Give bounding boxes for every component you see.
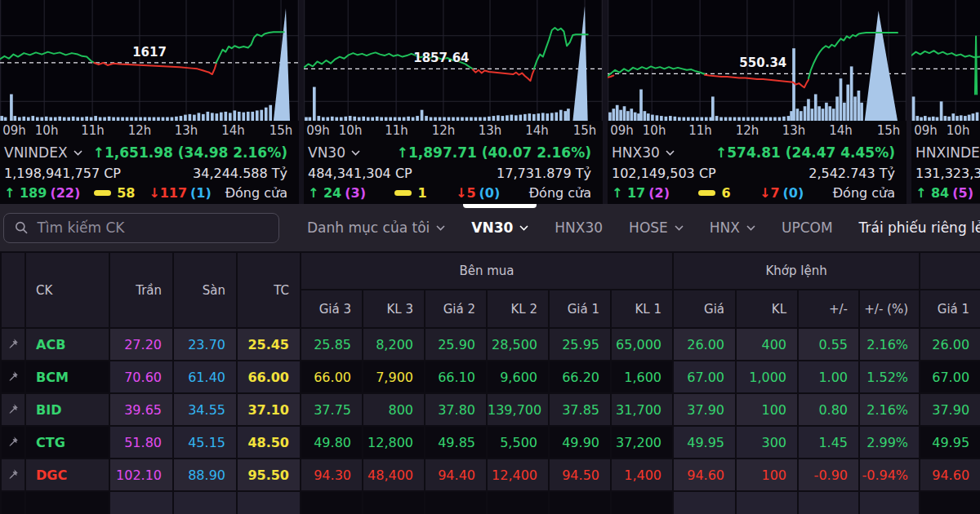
price-cell[interactable]: 0.55 <box>798 328 859 361</box>
price-cell[interactable]: 49.95 <box>673 426 736 459</box>
price-cell[interactable]: 49.80 <box>301 426 363 459</box>
column-header-matched-vol[interactable]: KL <box>736 290 798 328</box>
price-cell[interactable]: 2.99% <box>859 426 920 459</box>
price-cell[interactable]: 8,200 <box>363 328 425 361</box>
table-row[interactable]: ACB27.2023.7025.4525.858,20025.9028,5002… <box>1 328 980 361</box>
price-cell[interactable]: 65,000 <box>611 328 673 361</box>
price-cell[interactable]: 37.85 <box>549 393 611 426</box>
price-cell[interactable]: 28,500 <box>487 328 549 361</box>
price-cell[interactable]: 94.30 <box>301 459 363 491</box>
column-header-bid-vol2[interactable]: KL 2 <box>487 290 549 328</box>
price-cell[interactable]: 67.00 <box>673 361 736 393</box>
column-header-matched-price[interactable]: Giá <box>673 290 736 328</box>
price-cell[interactable]: 94.50 <box>549 459 611 491</box>
tab-upcom[interactable]: UPCOM <box>768 204 846 251</box>
price-cell[interactable]: 1.52% <box>859 361 920 393</box>
column-header-reference[interactable]: TC <box>237 252 301 328</box>
price-cell[interactable]: -0.94% <box>859 459 920 491</box>
index-name-dropdown[interactable]: VN30 <box>308 144 360 161</box>
floor-price-cell[interactable]: 61.40 <box>173 361 237 393</box>
price-cell[interactable]: 100 <box>736 459 798 491</box>
floor-price-cell[interactable]: 45.15 <box>173 426 237 459</box>
tab-tr-i-phi-u-ri-ng-l-[interactable]: Trái phiếu riêng lẻ <box>846 204 980 251</box>
pin-cell[interactable] <box>1 393 25 426</box>
price-cell[interactable]: 12,400 <box>487 459 549 491</box>
price-cell[interactable]: 2.16% <box>859 328 920 361</box>
pin-cell[interactable] <box>1 361 25 393</box>
ticker-cell[interactable]: BCM <box>25 361 109 393</box>
search-box[interactable] <box>3 213 279 243</box>
price-cell[interactable]: 37,200 <box>611 426 673 459</box>
floor-price-cell[interactable]: 23.70 <box>173 328 237 361</box>
price-cell[interactable]: 800 <box>363 393 425 426</box>
hnxindex-intraday-chart[interactable] <box>911 0 980 121</box>
pin-cell[interactable] <box>1 426 25 459</box>
price-cell[interactable]: 31,700 <box>611 393 673 426</box>
column-header-bid-vol1[interactable]: KL 1 <box>611 290 673 328</box>
price-cell[interactable]: 94.60 <box>920 459 980 491</box>
tab-vn30[interactable]: VN30 <box>458 204 541 251</box>
price-cell[interactable]: 49.85 <box>425 426 487 459</box>
price-cell[interactable]: 9,600 <box>487 361 549 393</box>
column-header-change-pct[interactable]: +/- (%) <box>859 290 920 328</box>
price-cell[interactable]: 66.20 <box>549 361 611 393</box>
column-header-floor[interactable]: Sàn <box>173 252 237 328</box>
column-header-bid-price1[interactable]: Giá 1 <box>549 290 611 328</box>
price-cell[interactable]: 1.00 <box>798 361 859 393</box>
column-header-ticker[interactable]: CK <box>25 252 109 328</box>
price-cell[interactable]: 37.80 <box>425 393 487 426</box>
table-row[interactable]: DGC102.1088.9095.5094.3048,40094.4012,40… <box>1 459 980 491</box>
ceiling-price-cell[interactable]: 102.10 <box>109 459 173 491</box>
price-cell[interactable]: 48,400 <box>363 459 425 491</box>
ticker-cell[interactable]: CTG <box>25 426 109 459</box>
ticker-cell[interactable]: BID <box>25 393 109 426</box>
ticker-cell[interactable]: ACB <box>25 328 109 361</box>
floor-price-cell[interactable]: 34.55 <box>173 393 237 426</box>
price-cell[interactable]: 400 <box>736 328 798 361</box>
price-cell[interactable]: 66.00 <box>301 361 363 393</box>
price-cell[interactable]: 7,900 <box>363 361 425 393</box>
ceiling-price-cell[interactable]: 39.65 <box>109 393 173 426</box>
price-cell[interactable]: 1,600 <box>611 361 673 393</box>
vn30-intraday-chart[interactable]: 1857.64 <box>304 0 603 121</box>
pin-cell[interactable] <box>1 328 25 361</box>
column-header-bid-price3[interactable]: Giá 3 <box>301 290 363 328</box>
tab-danh-m-c-c-a-t-i[interactable]: Danh mục của tôi <box>294 204 458 251</box>
reference-price-cell[interactable]: 48.50 <box>237 426 301 459</box>
reference-price-cell[interactable]: 37.10 <box>237 393 301 426</box>
price-cell[interactable]: 37.90 <box>673 393 736 426</box>
price-cell[interactable]: 0.80 <box>798 393 859 426</box>
price-cell[interactable]: 49.90 <box>549 426 611 459</box>
index-name-dropdown[interactable]: HNX30 <box>612 144 675 161</box>
price-cell[interactable]: -0.90 <box>798 459 859 491</box>
price-cell[interactable]: 25.85 <box>301 328 363 361</box>
price-cell[interactable]: 300 <box>736 426 798 459</box>
column-header-ask-price1[interactable]: Giá 1 <box>920 290 980 328</box>
price-cell[interactable]: 1,000 <box>736 361 798 393</box>
vnindex-intraday-chart[interactable]: 1617 <box>0 0 299 121</box>
pin-cell[interactable] <box>1 459 25 491</box>
reference-price-cell[interactable]: 95.50 <box>237 459 301 491</box>
reference-price-cell[interactable]: 66.00 <box>237 361 301 393</box>
hnx30-intraday-chart[interactable]: 550.34 <box>608 0 906 121</box>
price-cell[interactable]: 5,500 <box>487 426 549 459</box>
price-cell[interactable]: 1,400 <box>611 459 673 491</box>
reference-price-cell[interactable]: 25.45 <box>237 328 301 361</box>
column-header-bid-vol3[interactable]: KL 3 <box>363 290 425 328</box>
price-cell[interactable]: 25.95 <box>549 328 611 361</box>
column-header-ceiling[interactable]: Trần <box>109 252 173 328</box>
ceiling-price-cell[interactable]: 27.20 <box>109 328 173 361</box>
ceiling-price-cell[interactable]: 70.60 <box>109 361 173 393</box>
table-row[interactable] <box>1 491 980 514</box>
search-input[interactable] <box>37 219 268 236</box>
ticker-cell[interactable]: DGC <box>25 459 109 491</box>
price-cell[interactable]: 26.00 <box>673 328 736 361</box>
price-cell[interactable]: 66.10 <box>425 361 487 393</box>
price-cell[interactable]: 1.45 <box>798 426 859 459</box>
column-header-change[interactable]: +/- <box>798 290 859 328</box>
price-cell[interactable]: 94.40 <box>425 459 487 491</box>
price-cell[interactable]: 37.90 <box>920 393 980 426</box>
index-name-dropdown[interactable]: VNINDEX <box>4 144 82 161</box>
price-cell[interactable]: 26.00 <box>920 328 980 361</box>
ceiling-price-cell[interactable]: 51.80 <box>109 426 173 459</box>
